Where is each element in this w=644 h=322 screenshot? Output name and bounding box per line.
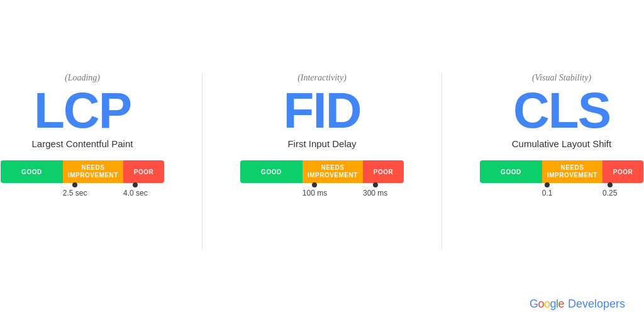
cls-bar: GOOD NEEDSIMPROVEMENT POOR	[480, 160, 643, 183]
lcp-marker-dot-1	[72, 182, 77, 187]
fid-category: (Interactivity)	[297, 73, 347, 83]
cls-markers: 0.1 0.25	[480, 183, 643, 201]
developers-text: Developers	[568, 297, 625, 311]
cls-marker-label-2: 0.25	[602, 189, 617, 197]
metrics-container: (Loading) LCP Largest Contentful Paint G…	[0, 60, 644, 262]
google-o1: o	[538, 297, 544, 310]
google-o2: o	[544, 297, 550, 310]
fid-marker-dot-2	[373, 182, 378, 187]
cls-acronym: CLS	[513, 86, 610, 136]
lcp-bar-container: GOOD NEEDSIMPROVEMENT POOR 2.5 sec 4.0 s…	[1, 160, 164, 201]
lcp-needs-segment: NEEDSIMPROVEMENT	[63, 160, 123, 183]
fid-acronym: FID	[284, 86, 361, 136]
cls-marker-1: 0.1	[542, 183, 553, 197]
cls-marker-dot-1	[545, 182, 550, 187]
divider-1	[202, 73, 203, 249]
google-developers-logo: Google Developers	[530, 297, 625, 311]
google-e: e	[558, 297, 564, 310]
cls-bar-container: GOOD NEEDSIMPROVEMENT POOR 0.1 0.25	[480, 160, 643, 201]
fid-marker-dot-1	[312, 182, 317, 187]
cls-marker-2: 0.25	[602, 183, 617, 197]
fid-markers: 100 ms 300 ms	[240, 183, 404, 201]
lcp-marker-label-2: 4.0 sec	[123, 189, 148, 197]
cls-category: (Visual Stability)	[532, 73, 591, 83]
cls-name: Cumulative Layout Shift	[512, 138, 611, 149]
fid-poor-segment: POOR	[363, 160, 404, 183]
fid-marker-2: 300 ms	[363, 183, 387, 197]
lcp-acronym: LCP	[34, 86, 131, 136]
fid-marker-label-2: 300 ms	[363, 189, 387, 197]
lcp-card: (Loading) LCP Largest Contentful Paint G…	[1, 73, 164, 201]
fid-bar: GOOD NEEDSIMPROVEMENT POOR	[240, 160, 404, 183]
divider-2	[441, 73, 442, 249]
lcp-marker-dot-2	[133, 182, 138, 187]
lcp-markers: 2.5 sec 4.0 sec	[1, 183, 164, 201]
cls-marker-label-1: 0.1	[542, 189, 553, 197]
lcp-name: Largest Contentful Paint	[32, 138, 133, 149]
google-o3: g	[550, 297, 556, 310]
fid-good-segment: GOOD	[240, 160, 303, 183]
lcp-good-segment: GOOD	[1, 160, 63, 183]
cls-poor-segment: POOR	[602, 160, 643, 183]
lcp-bar: GOOD NEEDSIMPROVEMENT POOR	[1, 160, 164, 183]
cls-card: (Visual Stability) CLS Cumulative Layout…	[480, 73, 643, 201]
lcp-poor-segment: POOR	[123, 160, 164, 183]
cls-good-segment: GOOD	[480, 160, 542, 183]
lcp-category: (Loading)	[65, 73, 100, 83]
cls-needs-segment: NEEDSIMPROVEMENT	[542, 160, 602, 183]
google-wordmark: Google	[530, 297, 564, 311]
cls-marker-dot-2	[608, 182, 613, 187]
lcp-marker-label-1: 2.5 sec	[63, 189, 87, 197]
lcp-marker-1: 2.5 sec	[63, 183, 87, 197]
lcp-marker-2: 4.0 sec	[123, 183, 148, 197]
google-g: G	[530, 297, 538, 310]
fid-bar-container: GOOD NEEDSIMPROVEMENT POOR 100 ms 300 ms	[240, 160, 404, 201]
fid-card: (Interactivity) FID First Input Delay GO…	[240, 73, 404, 201]
fid-needs-segment: NEEDSIMPROVEMENT	[303, 160, 363, 183]
fid-marker-1: 100 ms	[303, 183, 327, 197]
fid-marker-label-1: 100 ms	[303, 189, 327, 197]
fid-name: First Input Delay	[287, 138, 356, 149]
